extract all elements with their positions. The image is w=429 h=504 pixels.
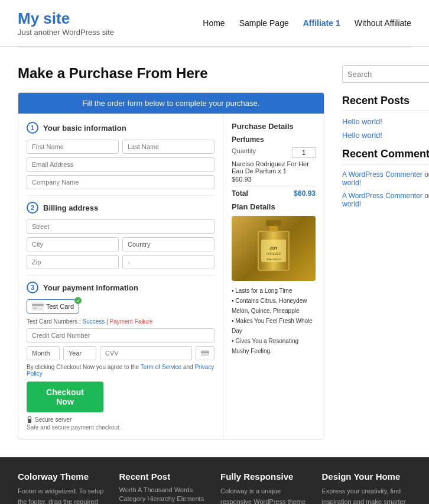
section-divider-1 <box>27 195 214 196</box>
svg-rect-5 <box>28 419 31 423</box>
svg-rect-2 <box>33 308 37 309</box>
feature-1: Lasts for a Long Time <box>232 286 316 296</box>
footer-col-2: Recent Post Worth A Thousand Words Categ… <box>119 471 209 504</box>
cvv-icon[interactable] <box>196 346 214 360</box>
card-badge-label: Test Card <box>46 303 74 310</box>
feature-3: Makes You Feel Fresh Whole Day <box>232 316 316 336</box>
cvv-row: Month Year <box>27 346 214 360</box>
city-input[interactable] <box>27 237 119 251</box>
street-row <box>27 219 214 234</box>
feature-2: Contains Citrus, Honeydew Melon, Quince,… <box>232 296 316 316</box>
commenter-link-2[interactable]: A WordPress Commenter <box>342 192 422 200</box>
street-input[interactable] <box>27 219 214 234</box>
name-row <box>27 140 214 154</box>
commenter-link-1[interactable]: A WordPress Commenter <box>342 170 422 179</box>
details-section: Purchase Details Perfumes Quantity Narci… <box>223 114 324 439</box>
checkout-notice: By clicking Checkout Now you agree to th… <box>27 364 214 377</box>
post-link-1[interactable]: Hello world! <box>342 117 429 126</box>
nav-home[interactable]: Home <box>203 18 225 28</box>
footer-col4-title: Design Your Home <box>322 471 412 482</box>
lock-icon <box>27 416 32 423</box>
comment-2: A WordPress Commenter on Hello world! <box>342 192 429 208</box>
email-row <box>27 157 214 172</box>
footer-col-3: Fully Responsive Colorway is a unique re… <box>220 471 310 504</box>
card-header: Fill the order form below to complete yo… <box>18 93 324 114</box>
section3-num: 3 <box>27 282 38 293</box>
month-select[interactable]: Month <box>27 346 60 360</box>
card-body: 1 Your basic information <box>18 114 324 439</box>
footer-col-4: Design Your Home Express your creativity… <box>322 471 412 504</box>
zip-row: - <box>27 255 214 269</box>
footer-link-1[interactable]: Worth A Thousand Words <box>119 486 209 493</box>
failure-link[interactable]: Payment Failure <box>109 318 152 325</box>
search-box: 🔍 <box>342 65 429 83</box>
credit-card-icon <box>32 302 44 311</box>
site-title: My site <box>18 9 114 28</box>
quantity-row: Quantity <box>232 147 316 158</box>
svg-rect-6 <box>266 220 281 226</box>
section1-header: 1 Your basic information <box>27 122 214 134</box>
footer-col4-text: Express your creativity, find inspiratio… <box>322 486 412 504</box>
country-select[interactable]: Country <box>122 237 214 251</box>
section2-header: 2 Billing address <box>27 202 214 214</box>
plan-title: Plan Details <box>232 202 316 211</box>
last-name-input[interactable] <box>122 140 214 154</box>
total-row: Total $60.93 <box>232 186 316 198</box>
company-row <box>27 175 214 189</box>
main-nav: Home Sample Page Affiliate 1 Without Aff… <box>203 18 411 28</box>
svg-rect-1 <box>32 304 44 306</box>
site-footer: Colorway Theme Footer is widgetized. To … <box>0 457 429 504</box>
secure-note: Secure server <box>27 416 214 423</box>
checkout-button[interactable]: Checkout Now <box>27 382 103 412</box>
sidebar: 🔍 Recent Posts Hello world! Hello world!… <box>342 65 429 440</box>
details-category: Perfumes <box>232 135 316 144</box>
zip-input[interactable] <box>27 255 119 269</box>
site-header: My site Just another WordPress site Home… <box>0 0 429 47</box>
section-divider-2 <box>27 275 214 276</box>
section2-label: Billing address <box>43 203 98 212</box>
nav-sample-page[interactable]: Sample Page <box>239 18 289 28</box>
card-badge[interactable]: Test Card ✓ <box>27 299 79 314</box>
total-label: Total <box>232 189 248 198</box>
perfume-image: JOY FOREVER JEAN PATOU <box>232 216 316 281</box>
section3-label: Your payment information <box>43 283 138 292</box>
credit-card-input[interactable] <box>27 328 214 343</box>
item-name: Narciso Rodriguez For Her Eau De Parfum … <box>232 160 316 175</box>
footer-link-2[interactable]: Category Hierarchy Elements <box>119 495 209 502</box>
first-name-input[interactable] <box>27 140 119 154</box>
company-input[interactable] <box>27 175 214 189</box>
cc-row <box>27 328 214 343</box>
tos-link[interactable]: Term of Service <box>141 364 181 370</box>
svg-text:JEAN PATOU: JEAN PATOU <box>266 258 281 261</box>
footer-col1-text: Footer is widgetized. To setup the foote… <box>18 486 108 504</box>
recent-posts-title: Recent Posts <box>342 95 429 111</box>
cvv-input[interactable] <box>100 346 192 360</box>
quantity-input[interactable] <box>292 147 316 158</box>
section2-num: 2 <box>27 202 38 214</box>
nav-affiliate1[interactable]: Affiliate 1 <box>303 18 340 28</box>
content-area: Make a Purchase From Here Fill the order… <box>18 65 324 440</box>
footer-grid: Colorway Theme Footer is widgetized. To … <box>18 471 411 504</box>
comment-1: A WordPress Commenter on Hello world! <box>342 170 429 187</box>
test-card-note: Test Card Numbers : Success | Payment Fa… <box>27 318 214 325</box>
perfume-bottle-svg: JOY FOREVER JEAN PATOU <box>253 219 294 278</box>
year-select[interactable]: Year <box>63 346 96 360</box>
post-link-2[interactable]: Hello world! <box>342 131 429 140</box>
footer-col-1: Colorway Theme Footer is widgetized. To … <box>18 471 108 504</box>
site-tagline: Just another WordPress site <box>18 28 114 37</box>
footer-col3-text: Colorway is a unique responsive WordPres… <box>220 486 310 504</box>
success-link[interactable]: Success <box>82 318 105 325</box>
details-title: Purchase Details <box>232 122 316 131</box>
email-input[interactable] <box>27 157 214 172</box>
total-price: $60.93 <box>294 189 316 198</box>
footer-col2-title: Recent Post <box>119 471 209 482</box>
nav-without-affiliate[interactable]: Without Affiliate <box>355 18 411 28</box>
card-checkmark: ✓ <box>74 297 82 304</box>
svg-text:JOY: JOY <box>269 246 278 250</box>
footer-col1-title: Colorway Theme <box>18 471 108 482</box>
city-country-row: Country <box>27 237 214 251</box>
zip-select[interactable]: - <box>122 255 214 269</box>
search-input[interactable] <box>343 66 429 82</box>
card-back-icon <box>201 350 209 356</box>
plan-features: Lasts for a Long Time Contains Citrus, H… <box>232 286 316 356</box>
